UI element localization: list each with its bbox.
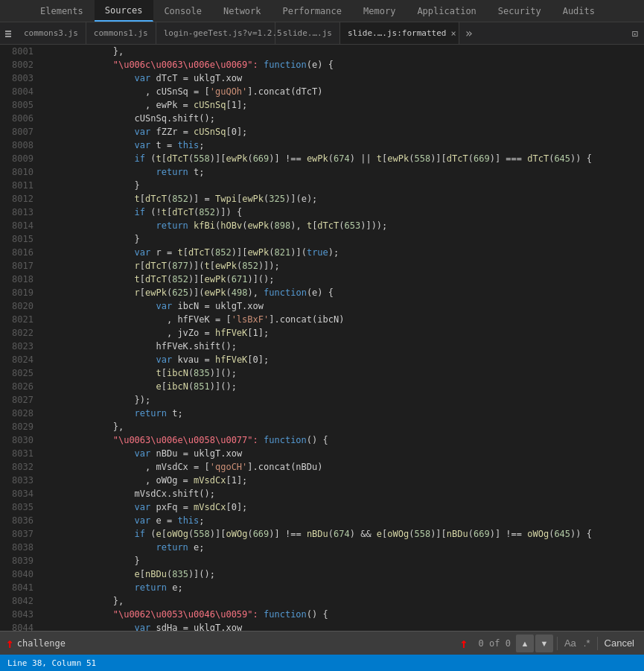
search-right-arrow: ↑ bbox=[460, 635, 468, 651]
svg-rect-6 bbox=[5, 33, 11, 34]
code-area: 8001800280038004800580068007800880098010… bbox=[0, 45, 644, 631]
search-cancel-btn[interactable]: Cancel bbox=[601, 636, 638, 650]
svg-rect-5 bbox=[5, 31, 11, 32]
file-tabs-overflow-btn[interactable]: » bbox=[459, 22, 479, 44]
file-tab-commons1[interactable]: commons1.js bbox=[86, 22, 156, 44]
status-bar: Line 38, Column 51 bbox=[0, 655, 644, 671]
search-next-btn[interactable]: ▼ bbox=[535, 635, 553, 652]
tab-memory[interactable]: Memory bbox=[353, 0, 407, 22]
nav-tabs: Elements Sources Console Network Perform… bbox=[0, 0, 644, 22]
svg-rect-7 bbox=[5, 36, 11, 37]
code-content[interactable]: }, "\u006c\u0063\u006e\u0069": function(… bbox=[41, 45, 644, 631]
search-input[interactable] bbox=[17, 638, 457, 649]
search-prev-btn[interactable]: ▲ bbox=[516, 635, 534, 652]
file-tab-slide1[interactable]: slide.…​.js bbox=[275, 22, 340, 44]
tab-network[interactable]: Network bbox=[213, 0, 272, 22]
search-result-count: 0 of 0 bbox=[479, 638, 511, 649]
tab-audits[interactable]: Audits bbox=[552, 0, 606, 22]
status-text: Line 38, Column 51 bbox=[7, 658, 96, 668]
file-tabs-expand-btn[interactable]: ⊡ bbox=[626, 22, 644, 44]
file-tabs: commons3.js commons1.js login-geeTest.js… bbox=[0, 22, 644, 45]
search-divider bbox=[557, 637, 558, 650]
file-tab-login[interactable]: login-geeTest.js?v=1.2.5 bbox=[156, 22, 275, 44]
file-tab-icon-left[interactable] bbox=[0, 22, 16, 44]
search-regex-btn[interactable]: .* bbox=[580, 636, 594, 650]
nav-icon-right[interactable] bbox=[15, 0, 27, 12]
search-divider2 bbox=[597, 637, 598, 650]
search-left-arrow: ↑ bbox=[6, 635, 14, 651]
line-numbers: 8001800280038004800580068007800880098010… bbox=[0, 45, 41, 631]
tab-application[interactable]: Application bbox=[407, 0, 487, 22]
tab-performance[interactable]: Performance bbox=[272, 0, 353, 22]
file-tab-active-label: slide.…​.js:formatted bbox=[348, 28, 446, 38]
search-match-case-btn[interactable]: Aa bbox=[561, 636, 580, 650]
file-tab-slide-formatted[interactable]: slide.…​.js:formatted × bbox=[340, 22, 459, 44]
tab-console[interactable]: Console bbox=[153, 0, 213, 22]
tab-elements[interactable]: Elements bbox=[30, 0, 95, 22]
file-tab-commons3[interactable]: commons3.js bbox=[16, 22, 86, 44]
file-tab-close-btn[interactable]: × bbox=[450, 29, 456, 38]
tab-security[interactable]: Security bbox=[488, 0, 552, 22]
nav-icon-left[interactable] bbox=[0, 0, 12, 12]
search-bar: ↑ ↑ 0 of 0 ▲ ▼ Aa .* Cancel bbox=[0, 631, 644, 655]
tab-sources[interactable]: Sources bbox=[95, 0, 154, 22]
